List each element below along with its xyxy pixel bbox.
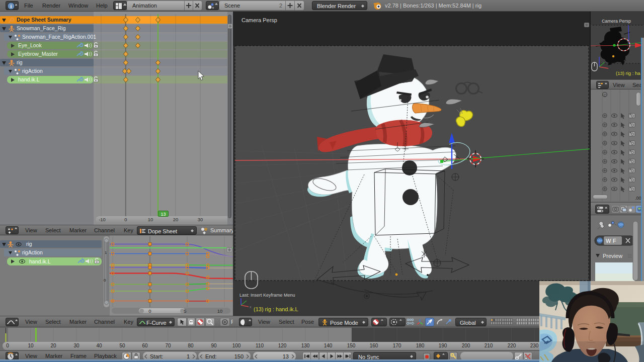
svg-text:(13) rig : ha: (13) rig : ha <box>616 70 640 76</box>
svg-text:Last: Insert Keyframe Menu: Last: Insert Keyframe Menu <box>239 293 295 298</box>
svg-text:Preview: Preview <box>603 253 622 259</box>
svg-text:C: C <box>604 94 606 97</box>
svg-text:Camera Persp: Camera Persp <box>602 19 631 24</box>
svg-text:i: i <box>11 4 12 9</box>
svg-text:W: W <box>606 238 611 244</box>
svg-text:x: x <box>250 305 252 309</box>
svg-text:F: F <box>613 238 616 244</box>
svg-text:(13) rig : hand.ik.L: (13) rig : hand.ik.L <box>254 306 298 312</box>
svg-text:Camera Persp: Camera Persp <box>242 17 277 23</box>
